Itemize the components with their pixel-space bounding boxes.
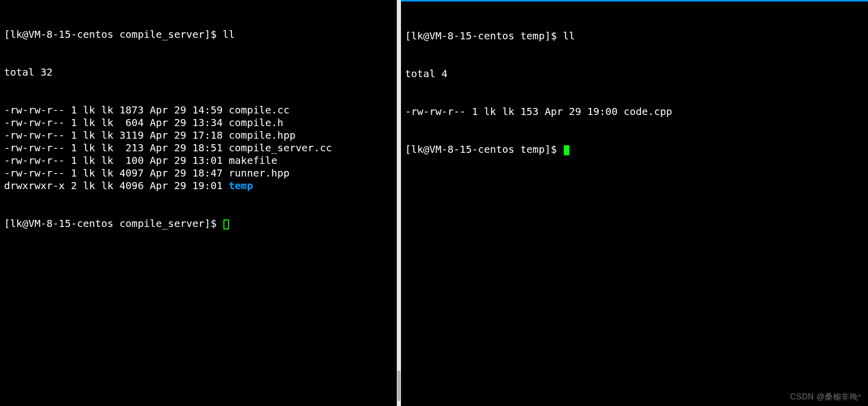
shell-prompt: [lk@VM-8-15-centos temp]$ [405, 143, 563, 155]
shell-prompt: [lk@VM-8-15-centos compile_server]$ [4, 28, 222, 40]
list-item: -rw-rw-r-- 1 lk lk 3119 Apr 29 17:18 com… [4, 129, 392, 142]
file-listing: -rw-rw-r-- 1 lk lk 1873 Apr 29 14:59 com… [4, 104, 392, 192]
list-item: -rw-rw-r-- 1 lk lk 153 Apr 29 19:00 code… [405, 105, 864, 118]
file-name: makefile [229, 154, 277, 166]
file-name: compile.hpp [229, 129, 296, 141]
prompt-line: [lk@VM-8-15-centos temp]$ ll [405, 30, 864, 42]
command-text: ll [222, 28, 235, 40]
command-text: ll [563, 30, 575, 42]
file-listing: -rw-rw-r-- 1 lk lk 153 Apr 29 19:00 code… [405, 105, 864, 118]
prompt-line-2: [lk@VM-8-15-centos temp]$ [405, 143, 864, 156]
directory-name: temp [229, 180, 253, 192]
cursor-icon [564, 145, 569, 155]
list-item: -rw-rw-r-- 1 lk lk 100 Apr 29 13:01 make… [4, 154, 392, 167]
file-name: compile.cc [229, 104, 290, 116]
scrollbar-thumb[interactable] [397, 371, 400, 401]
file-name: compile_server.cc [229, 142, 332, 154]
shell-prompt: [lk@VM-8-15-centos temp]$ [405, 30, 563, 42]
list-item: -rw-rw-r-- 1 lk lk 604 Apr 29 13:34 comp… [4, 117, 392, 129]
list-item: -rw-rw-r-- 1 lk lk 4097 Apr 29 18:47 run… [4, 167, 392, 180]
shell-prompt: [lk@VM-8-15-centos compile_server]$ [4, 217, 222, 229]
total-line: total 4 [405, 68, 864, 80]
file-name: runner.hpp [229, 167, 290, 179]
list-item: -rw-rw-r-- 1 lk lk 1873 Apr 29 14:59 com… [4, 104, 392, 117]
prompt-line-2: [lk@VM-8-15-centos compile_server]$ [4, 217, 392, 230]
terminal-left-pane[interactable]: [lk@VM-8-15-centos compile_server]$ ll t… [0, 0, 397, 406]
split-terminal-container: [lk@VM-8-15-centos compile_server]$ ll t… [0, 0, 868, 406]
pane-divider[interactable] [397, 0, 401, 406]
total-line: total 32 [4, 66, 392, 79]
cursor-icon [223, 219, 229, 229]
prompt-line: [lk@VM-8-15-centos compile_server]$ ll [4, 28, 392, 41]
terminal-right-pane[interactable]: [lk@VM-8-15-centos temp]$ ll total 4 -rw… [401, 0, 868, 406]
file-name: compile.h [229, 117, 283, 129]
watermark-text: CSDN @桑榆非晚ᵉ [790, 390, 862, 403]
list-item: -rw-rw-r-- 1 lk lk 213 Apr 29 18:51 comp… [4, 142, 392, 154]
file-name: code.cpp [623, 105, 672, 118]
list-item: drwxrwxr-x 2 lk lk 4096 Apr 29 19:01 tem… [4, 180, 392, 192]
